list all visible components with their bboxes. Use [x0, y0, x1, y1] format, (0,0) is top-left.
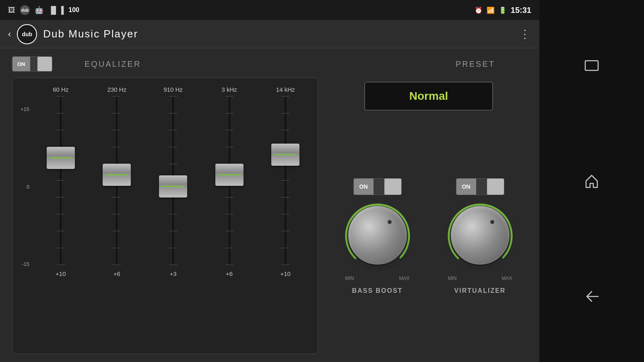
virtualizer-label: VIRTUALIZER [454, 287, 506, 294]
back-button[interactable]: ‹ [8, 29, 11, 39]
signal-icon: 📶 [487, 6, 495, 14]
equalizer-label: EQUALIZER [85, 60, 141, 69]
right-panel: Normal ON [330, 78, 527, 354]
bass-boost-unit: ON [343, 178, 412, 294]
nav-sidebar [539, 0, 644, 362]
slider-910hz[interactable] [167, 96, 179, 265]
eq-toggle-on-label: ON [12, 57, 30, 71]
virt-min-label: MIN [448, 276, 457, 281]
freq-3khz: 3 kHz [221, 86, 237, 93]
value-3khz: +6 [226, 270, 233, 277]
slider-track-14khz [285, 96, 286, 265]
slider-track-60hz [60, 96, 62, 265]
thumb-stripe-60hz [50, 157, 72, 158]
bass-max-label: MAX [399, 276, 409, 281]
scale-plus15: +15 [19, 106, 29, 112]
recent-apps-icon [584, 60, 599, 71]
bass-toggle-thumb [384, 179, 401, 195]
app-title: Dub Music Player [43, 28, 138, 40]
back-icon [584, 289, 600, 304]
eq-toggle[interactable]: ON [12, 56, 52, 72]
thumb-stripe-230hz [105, 174, 128, 175]
logo-text: dub [22, 31, 33, 37]
bass-toggle-on-label: ON [354, 179, 374, 195]
battery-icon: 🔋 [499, 6, 507, 14]
menu-button[interactable]: ⋮ [519, 27, 531, 41]
status-bar-left: 🖼 dub 🤖 ▐▌▐ 100 [8, 5, 79, 15]
virt-knob-body [451, 206, 510, 265]
freq-910hz: 910 Hz [163, 86, 183, 93]
value-910hz: +3 [169, 270, 176, 277]
scale-column: +15 0 -15 [17, 84, 33, 279]
slider-3khz[interactable] [223, 96, 235, 265]
eq-channel-910hz: 910 Hz [145, 86, 201, 277]
eq-preset-row: +15 0 -15 60 Hz [12, 78, 527, 354]
header: ‹ dub Dub Music Player ⋮ [0, 20, 539, 48]
100-icon: 100 [68, 6, 79, 14]
svg-rect-2 [585, 61, 598, 70]
thumb-230hz[interactable] [103, 164, 131, 186]
virtualizer-toggle[interactable]: ON [456, 178, 504, 195]
status-bar: 🖼 dub 🤖 ▐▌▐ 100 ⏰ 📶 🔋 15:31 [0, 0, 539, 20]
thumb-60hz[interactable] [47, 147, 75, 169]
bass-knob-dot [388, 220, 392, 224]
eq-header: ON EQUALIZER PRESET [12, 56, 527, 72]
slider-14khz[interactable] [279, 96, 291, 265]
eq-toggle-thumb [37, 57, 52, 71]
virt-minmax: MIN MAX [446, 276, 514, 281]
header-left: ‹ dub Dub Music Player [8, 24, 138, 44]
thumb-stripe-14khz [274, 154, 297, 155]
value-230hz: +6 [114, 270, 120, 277]
scale-minus15: -15 [19, 261, 29, 267]
eq-panel: +15 0 -15 60 Hz [12, 78, 318, 354]
freq-14khz: 14 kHz [276, 86, 295, 93]
dub-status-icon: dub [20, 5, 30, 15]
effects-row: ON [330, 119, 527, 354]
thumb-3khz[interactable] [215, 164, 244, 186]
preset-button[interactable]: Normal [364, 82, 493, 111]
eq-channel-60hz: 60 Hz [33, 86, 89, 277]
app-container: 🖼 dub 🤖 ▐▌▐ 100 ⏰ 📶 🔋 15:31 ‹ dub Dub Mu… [0, 0, 539, 362]
bass-boost-knob[interactable] [343, 201, 412, 269]
home-button[interactable] [580, 169, 604, 193]
freq-60hz: 60 Hz [53, 86, 68, 93]
thumb-stripe-910hz [162, 186, 184, 187]
alarm-icon: ⏰ [475, 6, 483, 14]
virtualizer-unit: ON MIN [446, 178, 514, 294]
thumb-910hz[interactable] [159, 175, 187, 197]
eq-sliders: 60 Hz [33, 84, 314, 279]
slider-60hz[interactable] [55, 96, 67, 265]
bass-min-label: MIN [345, 276, 354, 281]
virt-toggle-thumb [487, 179, 504, 195]
app-logo: dub [17, 24, 37, 44]
eq-channel-14khz: 14 kHz [257, 86, 314, 277]
bass-minmax: MIN MAX [343, 276, 412, 281]
virt-toggle-on-label: ON [456, 179, 476, 195]
home-icon [584, 174, 599, 188]
slider-230hz[interactable] [111, 96, 123, 265]
eq-channel-230hz: 230 Hz [89, 86, 145, 277]
eq-with-scale: +15 0 -15 60 Hz [17, 84, 314, 279]
freq-230hz: 230 Hz [107, 86, 127, 93]
status-bar-right: ⏰ 📶 🔋 15:31 [475, 6, 531, 15]
virt-max-label: MAX [502, 276, 512, 281]
recent-apps-button[interactable] [580, 53, 604, 78]
bass-boost-label: BASS BOOST [352, 287, 403, 294]
main-content: ON EQUALIZER PRESET +15 0 -15 [0, 48, 539, 362]
value-14khz: +10 [280, 270, 290, 277]
android-icon: 🤖 [35, 6, 43, 14]
photo-icon: 🖼 [8, 6, 15, 14]
scale-zero: 0 [19, 184, 29, 190]
bass-boost-toggle[interactable]: ON [353, 178, 402, 195]
back-nav-button[interactable] [580, 284, 604, 309]
bass-knob-body [348, 206, 407, 265]
virtualizer-knob[interactable] [446, 201, 514, 269]
preset-section-label: PRESET [456, 60, 495, 69]
virt-knob-dot [490, 220, 494, 224]
status-time: 15:31 [511, 6, 531, 15]
value-60hz: +10 [56, 270, 66, 277]
eq-channel-3khz: 3 kHz [201, 86, 258, 277]
thumb-14khz[interactable] [271, 144, 299, 166]
thumb-stripe-3khz [218, 174, 241, 175]
barcode-icon: ▐▌▐ [48, 6, 64, 14]
